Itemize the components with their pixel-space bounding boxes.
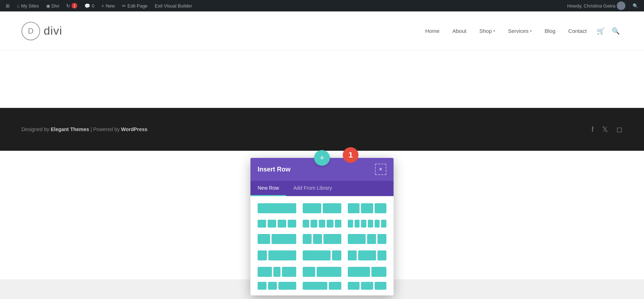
layout-block — [335, 220, 341, 228]
layout-1-2-1[interactable] — [346, 249, 388, 262]
divi-btn[interactable]: ◉ Divi — [43, 0, 62, 11]
layout-4col[interactable] — [256, 218, 298, 229]
cart-icon[interactable]: 🛒 — [594, 24, 608, 38]
logo-circle: D — [21, 22, 40, 40]
layout-block — [348, 267, 370, 277]
layout-block — [258, 250, 267, 260]
elegant-themes-link[interactable]: Elegant Themes — [51, 126, 89, 132]
layout-block — [323, 234, 341, 244]
nav-home[interactable]: Home — [419, 25, 445, 37]
notification-badge: 1 — [343, 147, 358, 163]
wp-logo-btn[interactable]: ⊞ — [3, 0, 13, 11]
search-btn[interactable]: 🔍 — [630, 0, 641, 11]
nav-contact[interactable]: Contact — [562, 25, 592, 37]
search-icon: 🔍 — [633, 3, 638, 9]
plus-icon: + — [102, 3, 104, 9]
layout-2-1-2[interactable] — [256, 265, 298, 278]
admin-bar: ⊞ ⌂ My Sites ◉ Divi ↻ 1 💬 0 + New ✏ Edit… — [0, 0, 644, 11]
services-chevron: ▾ — [530, 29, 532, 33]
tab-new-row[interactable]: New Row — [250, 181, 286, 196]
layout-block — [311, 220, 317, 228]
layout-2col[interactable] — [301, 202, 343, 215]
modal-tabs: New Row Add From Library — [250, 181, 394, 196]
layout-5col[interactable] — [301, 218, 343, 229]
layout-block — [323, 203, 341, 213]
nav-shop[interactable]: Shop ▾ — [474, 25, 501, 37]
layout-2-1-1[interactable] — [346, 233, 388, 245]
layout-3-2[interactable] — [346, 265, 388, 278]
layout-block — [327, 220, 333, 228]
add-row-button[interactable]: + — [314, 150, 330, 166]
layout-block — [368, 220, 373, 228]
nav-blog[interactable]: Blog — [539, 25, 561, 37]
my-sites-btn[interactable]: ⌂ My Sites — [14, 0, 42, 11]
user-greeting[interactable]: Howdy, Christina Gwira — [564, 0, 628, 11]
comments-icon: 💬 — [84, 3, 90, 9]
edit-icon: ✏ — [122, 3, 126, 9]
layout-block — [303, 282, 327, 290]
site-logo[interactable]: D divi — [21, 22, 62, 40]
new-btn[interactable]: + New — [99, 0, 118, 11]
updates-btn[interactable]: ↻ 1 — [63, 0, 80, 11]
layout-block — [268, 220, 276, 228]
layout-block — [377, 250, 386, 260]
site-header: D divi Home About Shop ▾ Services ▾ Blog… — [0, 11, 644, 51]
layout-partial-a[interactable] — [256, 282, 298, 290]
modal-title: Insert Row — [258, 166, 291, 173]
layout-1-2-b[interactable] — [301, 265, 343, 278]
comments-btn[interactable]: 💬 0 — [82, 0, 97, 11]
divi-icon: ◉ — [46, 3, 50, 9]
modal-body — [250, 196, 394, 295]
site-footer: Designed by Elegant Themes | Powered by … — [0, 108, 644, 151]
layout-block — [258, 282, 267, 290]
layout-partial-c[interactable] — [346, 282, 388, 290]
layout-block — [355, 220, 360, 228]
layout-3col[interactable] — [346, 202, 388, 215]
layout-block — [258, 267, 272, 277]
layout-block — [282, 267, 296, 277]
insert-row-modal: Insert Row × New Row Add From Library — [250, 158, 394, 295]
logo-text: divi — [44, 24, 62, 38]
exit-builder-btn[interactable]: Exit Visual Builder — [152, 0, 195, 11]
instagram-icon[interactable]: ◻ — [616, 125, 623, 134]
layout-block — [348, 234, 366, 244]
layout-block — [361, 220, 366, 228]
insert-row-modal-wrapper: + 1 Insert Row × New Row Add From Librar… — [250, 158, 394, 295]
layout-block — [258, 220, 266, 228]
shop-chevron: ▾ — [493, 29, 495, 33]
layout-block — [303, 220, 309, 228]
wordpress-link[interactable]: WordPress — [121, 126, 147, 132]
layout-block — [273, 267, 280, 277]
layout-1-1-2[interactable] — [301, 233, 343, 245]
twitter-icon[interactable]: 𝕏 — [602, 125, 608, 134]
layout-block — [272, 234, 296, 244]
layout-block — [358, 250, 376, 260]
updates-badge: 1 — [72, 3, 77, 9]
layout-block — [348, 203, 360, 213]
layout-1-2[interactable] — [256, 233, 298, 245]
modal-close-button[interactable]: × — [375, 164, 386, 175]
layout-block — [329, 282, 341, 290]
sites-icon: ⌂ — [17, 3, 20, 9]
layout-block — [375, 282, 386, 290]
layout-block — [371, 267, 386, 277]
nav-services[interactable]: Services ▾ — [502, 25, 538, 37]
wp-icon: ⊞ — [6, 3, 10, 9]
layout-3-1[interactable] — [301, 249, 343, 262]
layout-partial-b[interactable] — [301, 282, 343, 290]
tab-add-from-library[interactable]: Add From Library — [286, 181, 339, 196]
layout-block — [258, 234, 270, 244]
layout-block — [288, 220, 296, 228]
layout-block — [381, 220, 386, 228]
updates-icon: ↻ — [66, 3, 70, 9]
layout-block — [303, 234, 312, 244]
layout-1-3[interactable] — [256, 249, 298, 262]
edit-page-btn[interactable]: ✏ Edit Page — [119, 0, 150, 11]
nav-about[interactable]: About — [447, 25, 472, 37]
facebook-icon[interactable]: f — [591, 125, 594, 134]
layout-1col[interactable] — [256, 202, 298, 215]
layout-block — [377, 234, 386, 244]
nav-search-icon[interactable]: 🔍 — [609, 24, 623, 38]
layout-6col[interactable] — [346, 218, 388, 229]
layout-block — [303, 203, 321, 213]
